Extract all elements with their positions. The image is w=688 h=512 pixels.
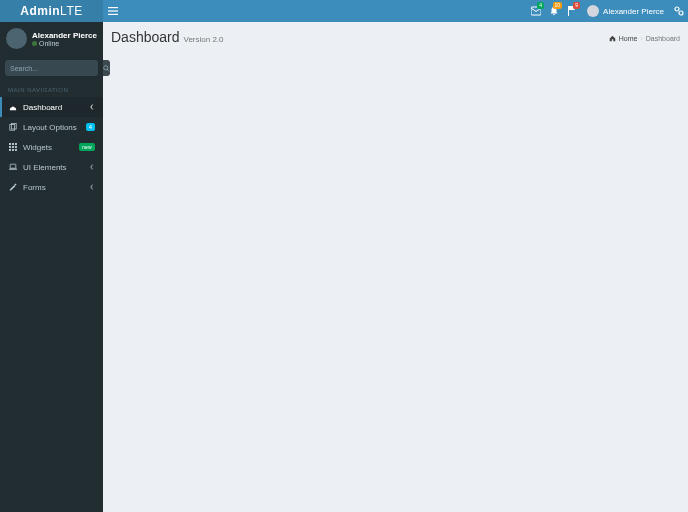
- svg-rect-16: [9, 146, 11, 148]
- search-input[interactable]: [5, 65, 103, 72]
- user-menu-button[interactable]: Alexander Pierce: [581, 0, 670, 22]
- svg-rect-24: [14, 183, 16, 185]
- svg-rect-15: [15, 143, 17, 145]
- svg-line-9: [107, 69, 109, 71]
- breadcrumb: Home › Dashboard: [609, 35, 680, 42]
- avatar: [6, 28, 27, 49]
- sidebar-user-status[interactable]: Online: [32, 40, 97, 47]
- sidebar-item-dashboard[interactable]: Dashboard: [0, 97, 103, 117]
- content-wrapper: Dashboard Version 2.0 Home › Dashboard: [103, 22, 688, 512]
- tasks-badge: 9: [573, 2, 580, 9]
- svg-rect-14: [12, 143, 14, 145]
- chevron-left-icon: [89, 164, 95, 170]
- tasks-button[interactable]: 9: [563, 0, 581, 22]
- avatar: [587, 5, 599, 17]
- chevron-left-icon: [89, 184, 95, 190]
- sidebar-item-ui-elements[interactable]: UI Elements: [0, 157, 103, 177]
- notifications-button[interactable]: 10: [545, 0, 563, 22]
- online-dot-icon: [32, 41, 37, 46]
- page-subtitle: Version 2.0: [184, 35, 224, 44]
- gears-icon: [674, 6, 684, 16]
- sidebar-section-header: MAIN NAVIGATION: [0, 81, 103, 97]
- svg-rect-1: [108, 10, 118, 11]
- svg-point-6: [675, 7, 679, 11]
- svg-point-7: [679, 11, 683, 15]
- new-label: new: [79, 143, 95, 151]
- svg-rect-20: [12, 149, 14, 151]
- sidebar-item-label: Forms: [23, 183, 89, 192]
- svg-rect-17: [12, 146, 14, 148]
- svg-rect-21: [15, 149, 17, 151]
- svg-rect-5: [568, 6, 569, 16]
- control-sidebar-button[interactable]: [670, 0, 688, 22]
- brand-light: LTE: [60, 4, 83, 18]
- sidebar-badge: 4: [86, 123, 95, 131]
- search-button[interactable]: [103, 60, 110, 76]
- content-header: Dashboard Version 2.0 Home › Dashboard: [103, 22, 688, 52]
- dashboard-icon: [8, 103, 18, 111]
- sidebar-item-forms[interactable]: Forms: [0, 177, 103, 197]
- page-title-text: Dashboard: [111, 29, 180, 45]
- svg-rect-0: [108, 7, 118, 8]
- sidebar-user-panel: Alexander Pierce Online: [0, 22, 103, 55]
- svg-rect-23: [9, 169, 17, 170]
- svg-rect-22: [10, 164, 16, 168]
- sidebar-item-layout-options[interactable]: Layout Options 4: [0, 117, 103, 137]
- page-title: Dashboard Version 2.0: [111, 29, 224, 45]
- sidebar-toggle-button[interactable]: [103, 0, 123, 22]
- user-name-label: Alexander Pierce: [603, 7, 664, 16]
- laptop-icon: [8, 163, 18, 171]
- svg-rect-18: [15, 146, 17, 148]
- breadcrumb-separator: ›: [640, 35, 642, 42]
- sidebar-item-label: Dashboard: [23, 103, 89, 112]
- svg-rect-2: [108, 14, 118, 15]
- bars-icon: [108, 6, 118, 16]
- files-icon: [8, 123, 18, 131]
- chevron-left-icon: [89, 104, 95, 110]
- sidebar-item-label: Layout Options: [23, 123, 86, 132]
- svg-rect-10: [13, 106, 14, 108]
- svg-point-4: [553, 14, 555, 16]
- th-icon: [8, 143, 18, 151]
- home-icon: [609, 35, 616, 42]
- top-navbar: AdminLTE 4 10 9 Alexander Pierce: [0, 0, 688, 22]
- breadcrumb-current: Dashboard: [646, 35, 680, 42]
- sidebar-item-label: UI Elements: [23, 163, 89, 172]
- sidebar-item-widgets[interactable]: Widgets new: [0, 137, 103, 157]
- breadcrumb-home-link[interactable]: Home: [619, 35, 638, 42]
- edit-icon: [8, 183, 18, 191]
- content-body: [103, 52, 688, 512]
- svg-rect-13: [9, 143, 11, 145]
- brand-bold: Admin: [20, 4, 60, 18]
- svg-rect-19: [9, 149, 11, 151]
- main-sidebar: Alexander Pierce Online MAIN NAVIGATION …: [0, 22, 103, 512]
- svg-point-8: [104, 65, 108, 69]
- sidebar-item-label: Widgets: [23, 143, 79, 152]
- status-label: Online: [39, 40, 59, 47]
- brand-logo[interactable]: AdminLTE: [0, 0, 103, 22]
- sidebar-search: [5, 60, 98, 76]
- messages-badge: 4: [537, 2, 544, 9]
- notifications-badge: 10: [553, 2, 563, 9]
- sidebar-user-name: Alexander Pierce: [32, 31, 97, 40]
- search-icon: [103, 65, 110, 72]
- sidebar-menu: Dashboard Layout Options 4 Widgets new U…: [0, 97, 103, 197]
- messages-button[interactable]: 4: [527, 0, 545, 22]
